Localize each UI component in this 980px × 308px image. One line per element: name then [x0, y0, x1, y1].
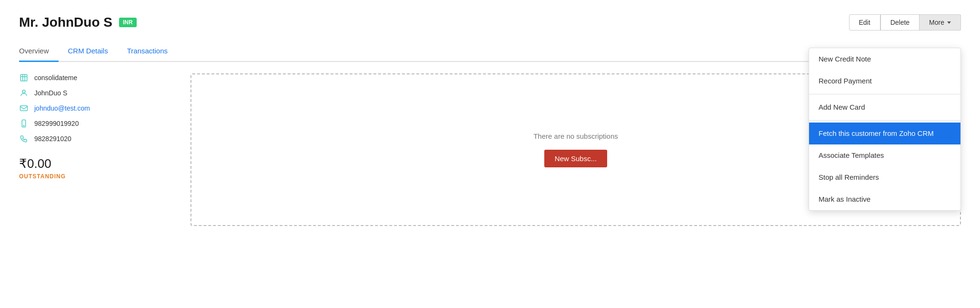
- customer-title-row: Mr. JohnDuo S INR: [19, 15, 137, 30]
- new-subscription-button[interactable]: New Subsc...: [544, 150, 607, 167]
- svg-point-1: [22, 90, 25, 93]
- mobile-icon: [19, 119, 29, 128]
- phone-icon: [19, 134, 29, 143]
- left-panel: consolidateme JohnDuo S: [19, 73, 171, 226]
- mobile-row: 982999019920: [19, 119, 171, 128]
- header-actions: Edit Delete More New Credit Note Record …: [849, 14, 961, 31]
- email-row: johnduo@test.com: [19, 104, 171, 113]
- more-button[interactable]: More: [920, 14, 961, 31]
- dropdown-item-fetch-zoho-crm[interactable]: Fetch this customer from Zoho CRM: [809, 123, 960, 144]
- dropdown-item-record-payment[interactable]: Record Payment: [809, 70, 960, 92]
- chevron-down-icon: [947, 21, 951, 24]
- svg-point-4: [23, 125, 24, 126]
- person-icon: [19, 89, 29, 97]
- delete-button[interactable]: Delete: [880, 14, 920, 31]
- page-header: Mr. JohnDuo S INR Edit Delete More New C…: [19, 14, 961, 31]
- company-row: consolidateme: [19, 73, 171, 82]
- customer-name: Mr. JohnDuo S: [19, 15, 112, 30]
- dropdown-item-stop-reminders[interactable]: Stop all Reminders: [809, 166, 960, 188]
- customer-email[interactable]: johnduo@test.com: [34, 104, 90, 112]
- person-row: JohnDuo S: [19, 89, 171, 97]
- currency-badge: INR: [119, 18, 137, 27]
- dropdown-item-mark-inactive[interactable]: Mark as Inactive: [809, 188, 960, 210]
- dropdown-divider-2: [809, 120, 960, 121]
- more-button-label: More: [929, 19, 944, 26]
- outstanding-label: OUTSTANDING: [19, 173, 171, 180]
- svg-rect-2: [20, 106, 28, 111]
- outstanding-section: ₹0.00 OUTSTANDING: [19, 156, 171, 180]
- no-subscriptions-text: There are no subscriptions: [533, 132, 618, 140]
- tab-overview[interactable]: Overview: [19, 42, 59, 62]
- tab-transactions[interactable]: Transactions: [127, 42, 177, 62]
- customer-mobile: 982999019920: [34, 120, 79, 127]
- dropdown-item-associate-templates[interactable]: Associate Templates: [809, 144, 960, 166]
- dropdown-item-new-credit-note[interactable]: New Credit Note: [809, 48, 960, 70]
- building-icon: [19, 73, 29, 82]
- company-name: consolidateme: [34, 74, 77, 82]
- phone-row: 9828291020: [19, 134, 171, 143]
- dropdown-item-add-new-card[interactable]: Add New Card: [809, 96, 960, 118]
- email-icon: [19, 104, 29, 113]
- page-container: Mr. JohnDuo S INR Edit Delete More New C…: [0, 0, 980, 308]
- svg-rect-0: [20, 74, 27, 81]
- customer-phone: 9828291020: [34, 135, 71, 143]
- outstanding-amount: ₹0.00: [19, 156, 171, 171]
- tab-crm-details[interactable]: CRM Details: [68, 42, 118, 62]
- customer-full-name: JohnDuo S: [34, 89, 67, 97]
- dropdown-menu: New Credit Note Record Payment Add New C…: [809, 48, 961, 211]
- dropdown-divider-1: [809, 94, 960, 94]
- edit-button[interactable]: Edit: [849, 14, 880, 31]
